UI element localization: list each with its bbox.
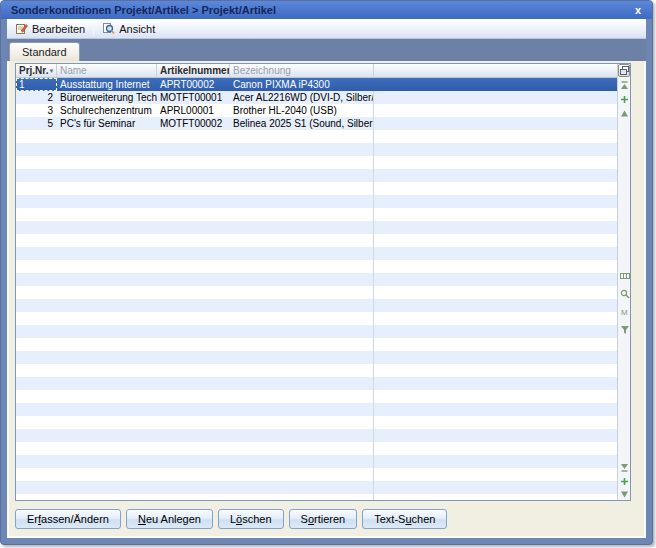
cell-artikelnummer[interactable]: APRT00002	[157, 78, 230, 91]
add-icon[interactable]	[619, 94, 630, 105]
cell-empty[interactable]	[374, 247, 617, 260]
cell-name[interactable]	[57, 364, 157, 377]
table-row-empty[interactable]	[16, 208, 617, 221]
cell-bezeichnung[interactable]	[230, 429, 374, 442]
column-header-empty[interactable]	[374, 64, 617, 77]
cell-prj[interactable]	[16, 442, 57, 455]
cell-artikelnummer[interactable]: MOTFT00002	[157, 117, 230, 130]
cell-artikelnummer[interactable]	[157, 247, 230, 260]
table-row-empty[interactable]	[16, 416, 617, 429]
cell-empty[interactable]	[374, 377, 617, 390]
text-suchen-button[interactable]: Text-Suchen	[362, 509, 447, 529]
cell-name[interactable]: PC's für Seminar	[57, 117, 157, 130]
cell-artikelnummer[interactable]	[157, 468, 230, 481]
cell-bezeichnung[interactable]	[230, 260, 374, 273]
table-row-empty[interactable]	[16, 273, 617, 286]
cell-empty[interactable]	[374, 390, 617, 403]
cell-bezeichnung[interactable]	[230, 494, 374, 500]
cell-artikelnummer[interactable]	[157, 260, 230, 273]
cell-artikelnummer[interactable]	[157, 377, 230, 390]
cell-artikelnummer[interactable]	[157, 169, 230, 182]
cell-empty[interactable]	[374, 117, 617, 130]
cell-name[interactable]	[57, 312, 157, 325]
cell-name[interactable]	[57, 416, 157, 429]
table-row-empty[interactable]	[16, 364, 617, 377]
ansicht-button[interactable]: Ansicht	[97, 20, 160, 38]
erfassen-aendern-button[interactable]: Erfassen/Ändern	[15, 509, 121, 529]
cell-artikelnummer[interactable]	[157, 312, 230, 325]
cell-empty[interactable]	[374, 299, 617, 312]
cell-artikelnummer[interactable]	[157, 273, 230, 286]
cell-artikelnummer[interactable]	[157, 429, 230, 442]
cell-prj[interactable]	[16, 273, 57, 286]
table-row[interactable]: 1Ausstattung InternetAPRT00002Canon PIXM…	[16, 78, 617, 91]
cell-empty[interactable]	[374, 481, 617, 494]
cell-artikelnummer[interactable]	[157, 156, 230, 169]
cell-empty[interactable]	[374, 351, 617, 364]
table-row-empty[interactable]	[16, 143, 617, 156]
cell-bezeichnung[interactable]	[230, 208, 374, 221]
cell-artikelnummer[interactable]	[157, 195, 230, 208]
cell-prj[interactable]	[16, 325, 57, 338]
cell-empty[interactable]	[374, 208, 617, 221]
cell-empty[interactable]	[374, 195, 617, 208]
cell-name[interactable]: Ausstattung Internet	[57, 78, 157, 91]
cell-artikelnummer[interactable]	[157, 299, 230, 312]
cell-name[interactable]: Büroerweiterung Tech	[57, 91, 157, 104]
cell-empty[interactable]	[374, 429, 617, 442]
cell-artikelnummer[interactable]	[157, 416, 230, 429]
cell-empty[interactable]	[374, 221, 617, 234]
cell-name[interactable]	[57, 221, 157, 234]
cell-name[interactable]	[57, 494, 157, 500]
cell-artikelnummer[interactable]	[157, 286, 230, 299]
cell-bezeichnung[interactable]	[230, 442, 374, 455]
cell-bezeichnung[interactable]	[230, 455, 374, 468]
cell-prj[interactable]	[16, 182, 57, 195]
table-row-empty[interactable]	[16, 390, 617, 403]
cell-bezeichnung[interactable]	[230, 338, 374, 351]
cell-empty[interactable]	[374, 130, 617, 143]
cell-artikelnummer[interactable]	[157, 455, 230, 468]
cell-bezeichnung[interactable]	[230, 182, 374, 195]
cell-bezeichnung[interactable]	[230, 156, 374, 169]
cell-artikelnummer[interactable]	[157, 338, 230, 351]
cell-name[interactable]	[57, 299, 157, 312]
cell-artikelnummer[interactable]	[157, 234, 230, 247]
scroll-down-icon[interactable]	[619, 489, 630, 500]
cell-empty[interactable]	[374, 416, 617, 429]
search-icon[interactable]	[619, 288, 630, 299]
cell-name[interactable]	[57, 130, 157, 143]
cell-empty[interactable]	[374, 468, 617, 481]
table-row[interactable]: 5PC's für SeminarMOTFT00002Belinea 2025 …	[16, 117, 617, 130]
cell-prj[interactable]	[16, 156, 57, 169]
cell-artikelnummer[interactable]	[157, 364, 230, 377]
table-row[interactable]: 3SchulrechenzentrumAPRL00001Brother HL-2…	[16, 104, 617, 117]
cell-bezeichnung[interactable]: Belinea 2025 S1 (Sound, Silber	[230, 117, 374, 130]
table-row-empty[interactable]	[16, 247, 617, 260]
cell-empty[interactable]	[374, 364, 617, 377]
cell-empty[interactable]	[374, 169, 617, 182]
cell-prj[interactable]	[16, 143, 57, 156]
table-row-empty[interactable]	[16, 494, 617, 500]
cell-name[interactable]	[57, 325, 157, 338]
cell-name[interactable]	[57, 429, 157, 442]
cell-bezeichnung[interactable]	[230, 390, 374, 403]
cell-name[interactable]	[57, 182, 157, 195]
table-row-empty[interactable]	[16, 377, 617, 390]
cell-name[interactable]	[57, 338, 157, 351]
table-row-empty[interactable]	[16, 455, 617, 468]
cell-artikelnummer[interactable]: APRL00001	[157, 104, 230, 117]
cell-prj[interactable]	[16, 208, 57, 221]
cell-prj[interactable]	[16, 481, 57, 494]
table-row-empty[interactable]	[16, 156, 617, 169]
cell-empty[interactable]	[374, 442, 617, 455]
cell-empty[interactable]	[374, 260, 617, 273]
cell-empty[interactable]	[374, 455, 617, 468]
cell-name[interactable]	[57, 195, 157, 208]
cell-artikelnummer[interactable]	[157, 351, 230, 364]
cell-empty[interactable]	[374, 143, 617, 156]
cell-bezeichnung[interactable]	[230, 143, 374, 156]
cell-prj[interactable]	[16, 429, 57, 442]
cell-prj[interactable]	[16, 403, 57, 416]
cell-prj[interactable]	[16, 416, 57, 429]
